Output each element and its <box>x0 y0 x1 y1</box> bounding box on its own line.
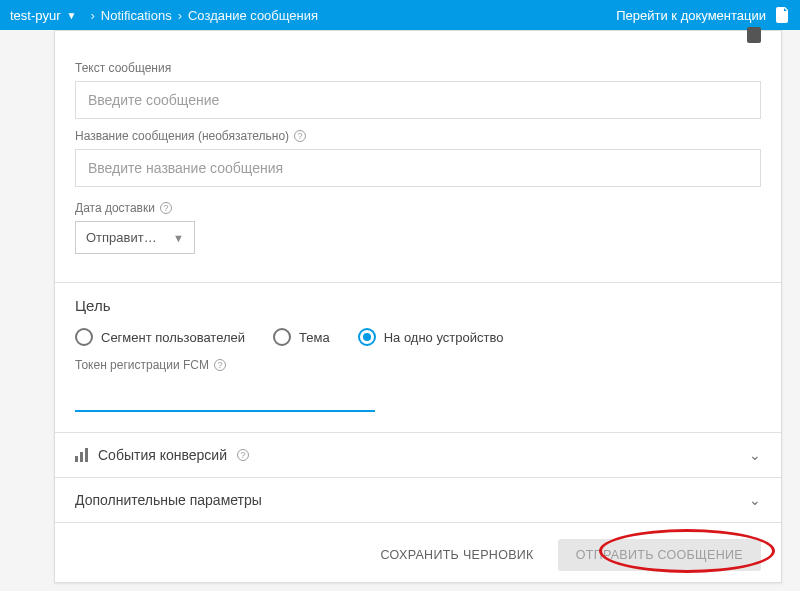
delivery-date-select[interactable]: Отправит… ▼ <box>75 221 195 254</box>
send-message-button[interactable]: ОТПРАВИТЬ СООБЩЕНИЕ <box>558 539 761 571</box>
chevron-right-icon: › <box>90 8 94 23</box>
footer-actions: СОХРАНИТЬ ЧЕРНОВИК ОТПРАВИТЬ СООБЩЕНИЕ <box>55 522 781 587</box>
bar-chart-icon <box>75 448 88 462</box>
target-section: Цель Сегмент пользователей Тема На одно … <box>55 283 781 432</box>
breadcrumb-current: Создание сообщения <box>188 8 318 23</box>
help-icon[interactable]: ? <box>214 359 226 371</box>
chevron-down-icon: ⌄ <box>749 447 761 463</box>
document-icon <box>776 7 790 23</box>
save-draft-button[interactable]: СОХРАНИТЬ ЧЕРНОВИК <box>380 548 533 562</box>
chevron-right-icon: › <box>178 8 182 23</box>
message-text-input[interactable] <box>75 81 761 119</box>
caret-down-icon[interactable]: ▼ <box>67 10 77 21</box>
delivery-date-label: Дата доставки ? <box>75 201 761 215</box>
target-heading: Цель <box>75 297 761 314</box>
conversion-events-row[interactable]: События конверсий ? ⌄ <box>55 432 781 477</box>
radio-single-device[interactable]: На одно устройство <box>358 328 504 346</box>
radio-segment[interactable]: Сегмент пользователей <box>75 328 245 346</box>
radio-topic[interactable]: Тема <box>273 328 330 346</box>
project-dropdown[interactable]: test-pyur <box>10 8 61 23</box>
chevron-down-icon: ⌄ <box>749 492 761 508</box>
docs-link[interactable]: Перейти к документации <box>616 8 766 23</box>
help-icon: ? <box>237 449 249 461</box>
help-icon[interactable]: ? <box>294 130 306 142</box>
fcm-token-label: Токен регистрации FCM ? <box>75 358 761 372</box>
delete-icon[interactable] <box>747 27 761 43</box>
breadcrumb-notifications[interactable]: Notifications <box>101 8 172 23</box>
caret-down-icon: ▼ <box>173 232 184 244</box>
fcm-token-input[interactable] <box>75 378 375 412</box>
message-title-label: Название сообщения (необязательно) ? <box>75 129 761 143</box>
main-card: Текст сообщения Название сообщения (необ… <box>54 30 782 583</box>
advanced-params-row[interactable]: Дополнительные параметры ⌄ <box>55 477 781 522</box>
message-text-label: Текст сообщения <box>75 61 761 75</box>
message-title-input[interactable] <box>75 149 761 187</box>
help-icon[interactable]: ? <box>160 202 172 214</box>
breadcrumb: test-pyur ▼ › Notifications › Создание с… <box>10 8 318 23</box>
header-bar: test-pyur ▼ › Notifications › Создание с… <box>0 0 800 30</box>
